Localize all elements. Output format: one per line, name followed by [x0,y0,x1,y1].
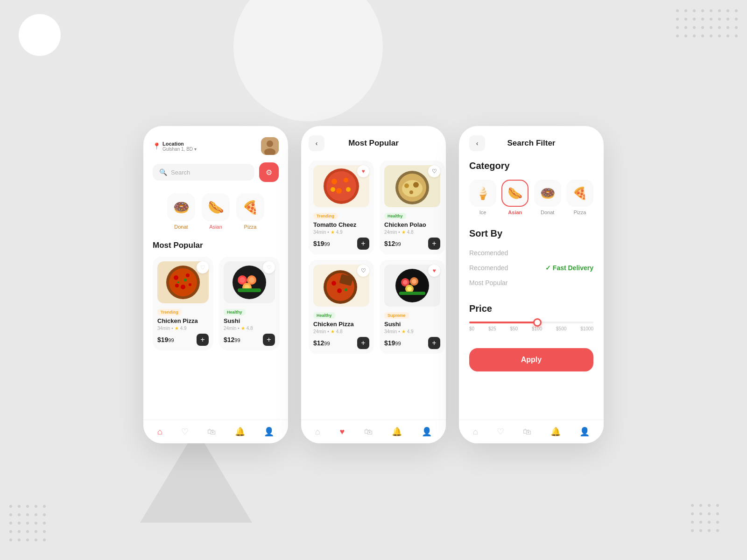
svg-point-12 [177,281,179,283]
nav-person-3[interactable]: 👤 [579,427,590,437]
location-label: Location [162,141,197,147]
svg-point-42 [337,288,342,293]
name-polao: Chicken Polao [384,221,440,228]
sort-label-fast: Recomended [469,264,508,272]
svg-point-35 [413,182,419,188]
svg-rect-21 [238,288,261,292]
price-label-100: $100 [532,326,542,331]
nav-heart-2[interactable]: ♥ [339,427,345,437]
svg-point-51 [412,279,416,284]
heart-polao[interactable]: ♡ [428,165,440,177]
meta-tomatto: 34min • ★ 4.9 [313,230,369,235]
heart-cpizza[interactable]: ♡ [357,265,369,277]
svg-point-50 [403,280,408,285]
nav-home-2[interactable]: ⌂ [315,427,320,437]
sort-option-fast-delivery[interactable]: Recomended ✓ Fast Delivery [469,260,593,275]
price-row-polao: $1299 + [384,238,440,250]
svg-point-19 [249,277,254,283]
price-labels: $0 $25 $50 $100 $500 $1000 [469,326,593,331]
badge-healthy-1: Healthy [224,309,246,315]
add-sushi2[interactable]: + [428,337,440,349]
location-left: 📍 Location Gulshan 1, BD ▾ [153,141,197,152]
svg-point-29 [331,187,335,192]
nav-person-1[interactable]: 👤 [264,427,274,437]
svg-point-18 [240,277,245,283]
nav-bag-3[interactable]: 🛍 [523,427,531,437]
nav-bell-2[interactable]: 🔔 [392,427,402,437]
apply-button[interactable]: Apply [469,348,593,371]
nav-bag-2[interactable]: 🛍 [364,427,373,437]
bg-circle-white [19,14,61,56]
back-button-2[interactable]: ‹ [309,135,324,151]
nav-person-2[interactable]: 👤 [422,427,432,437]
category-list: 🍩 Donat 🌭 Asian 🍕 Pizza [153,193,279,230]
add-tomatto[interactable]: + [357,238,369,250]
check-icon: ✓ [545,264,551,272]
filter-cat-asian[interactable]: 🌭 Asian [501,180,529,215]
bottom-nav-2: ⌂ ♥ 🛍 🔔 👤 [301,420,446,443]
heart-button-1[interactable]: ♡ [197,261,209,273]
pizza-icon-filter: 🍕 [566,180,593,207]
nav-home-3[interactable]: ⌂ [473,427,478,437]
price-polao: $1299 [384,240,401,247]
add-polao[interactable]: + [428,238,440,250]
add-button-1[interactable]: + [197,334,209,346]
search-icon: 🔍 [159,168,167,176]
nav-heart-1[interactable]: ♡ [181,427,189,437]
screen3-header: ‹ Search Filter [469,135,593,151]
asian-icon-wrap: 🌭 [202,193,230,221]
name-tomatto: Tomatto Cheez [313,221,369,228]
asian-label-filter: Asian [508,210,522,215]
price-row-cpizza: $1299 + [313,337,369,349]
heart-button-2[interactable]: ♡ [263,261,275,273]
pizza-label-filter: Pizza [574,210,586,215]
price-slider-fill [469,322,537,323]
filter-cat-pizza[interactable]: 🍕 Pizza [566,180,593,215]
pizza-label: Pizza [244,224,257,230]
category-filter-row: 🍦 Ice 🌭 Asian 🍩 Donat 🍕 Pizza [469,180,593,215]
food-card-chicken-pizza: ♡ [153,257,213,350]
add-button-2[interactable]: + [263,334,275,346]
sort-label-popular: Most Popular [469,279,507,287]
nav-bell-1[interactable]: 🔔 [235,427,245,437]
category-donat[interactable]: 🍩 Donat [167,193,195,230]
add-cpizza[interactable]: + [357,337,369,349]
filter-button[interactable]: ⚙ [259,162,279,182]
pizza-icon-wrap: 🍕 [236,193,264,221]
heart-tomatto[interactable]: ♥ [357,165,369,177]
price-slider-thumb[interactable] [533,318,542,327]
back-button-3[interactable]: ‹ [469,135,485,151]
svg-point-25 [331,179,337,184]
svg-point-11 [184,279,187,281]
svg-point-34 [404,183,409,188]
nav-bag-1[interactable]: 🛍 [207,427,216,437]
price-1: $1999 [157,336,174,343]
badge-cpizza: Healthy [313,312,335,319]
sort-option-recommended[interactable]: Recomended [469,245,593,260]
price-tomatto: $1999 [313,240,330,247]
filter-cat-ice[interactable]: 🍦 Ice [469,180,496,215]
price-label-50: $50 [510,326,518,331]
popular-cards: ♡ [153,257,279,350]
filter-cat-donat[interactable]: 🍩 Donat [534,180,561,215]
most-popular-screen: ‹ Most Popular ♥ [301,126,446,443]
category-asian[interactable]: 🌭 Asian [202,193,230,230]
svg-point-7 [186,273,190,277]
sort-label-recommended: Recomended [469,249,508,257]
nav-bell-3[interactable]: 🔔 [550,427,561,437]
name-cpizza: Chicken Pizza [313,321,369,328]
asian-label: Asian [209,224,222,230]
category-pizza[interactable]: 🍕 Pizza [236,193,264,230]
heart-sushi2[interactable]: ♥ [428,265,440,277]
nav-home-1[interactable]: ⌂ [157,427,162,437]
sort-option-most-popular[interactable]: Most Popular [469,275,593,290]
pop-card-tomatto: ♥ Trending T [309,161,374,254]
search-row: 🔍 Search ⚙ [153,162,279,182]
badge-sushi2: Supreme [384,312,409,319]
price-2: $1299 [224,336,240,343]
food-meta-1: 34min • ★ 4.9 [157,326,209,331]
avatar[interactable] [261,137,279,155]
nav-heart-3[interactable]: ♡ [497,427,504,437]
donat-label-filter: Donat [541,210,554,215]
search-box[interactable]: 🔍 Search [153,164,254,181]
